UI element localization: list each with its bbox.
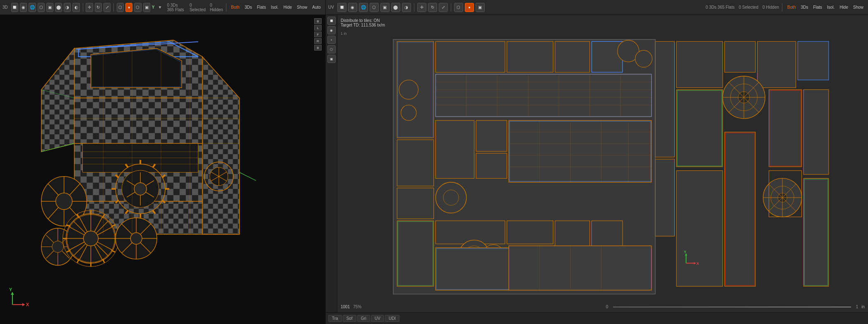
svg-rect-122	[725, 41, 755, 72]
svg-text:X: X	[697, 261, 700, 266]
uv-editor: 🔲 ◉ + ⬡ ▣ Distribute to tiles: ON Target…	[326, 15, 868, 324]
tool-rotate[interactable]: ↻	[95, 3, 102, 12]
svg-rect-139	[435, 121, 474, 179]
left-mode-auto[interactable]: Auto	[310, 4, 323, 10]
uv-shading-btn-5[interactable]: ▣	[380, 3, 390, 12]
uv-tab-udi[interactable]: UDI	[385, 315, 399, 322]
right-mode-3ds[interactable]: 3Ds	[799, 4, 810, 10]
tool-extra-1[interactable]: ⬡	[117, 3, 124, 12]
uv-shading-btn-2[interactable]: ◉	[348, 3, 357, 12]
uv-sidebar-btn-5[interactable]: ▣	[327, 55, 336, 63]
sep-2	[113, 3, 114, 12]
uv-sidebar-btn-2[interactable]: ◉	[327, 26, 336, 34]
uv-sidebar-btn-4[interactable]: ⬡	[327, 45, 336, 53]
svg-point-40	[134, 183, 147, 195]
view-btn-b2[interactable]: B	[314, 45, 322, 51]
viewport-3d[interactable]: X Y B L F R B	[0, 15, 326, 324]
right-mode-show[interactable]: Show	[851, 4, 866, 10]
left-mode-btns: Both 3Ds Flats Isol. Hide Show Auto	[229, 4, 323, 10]
tool-extra-2[interactable]: ●	[125, 3, 132, 12]
uv-zoom: 75%	[353, 305, 361, 309]
tool-extra-4[interactable]: ▣	[143, 3, 150, 12]
uv-shading-btn-4[interactable]: ⬡	[370, 3, 379, 12]
svg-rect-116	[555, 41, 590, 72]
uv-tile-number: 1001	[341, 305, 350, 309]
uv-tab-sof[interactable]: Sof	[343, 315, 356, 322]
svg-rect-121	[676, 41, 723, 88]
shading-btn-3[interactable]: 🌐	[29, 3, 36, 12]
svg-rect-178	[509, 246, 651, 290]
left-mode-show[interactable]: Show	[295, 4, 309, 10]
right-mode-isol[interactable]: Isol.	[825, 4, 837, 10]
uv-range-end: 1	[856, 305, 858, 309]
view-btn-f[interactable]: F	[314, 31, 322, 37]
tool-move[interactable]: ✛	[86, 3, 93, 12]
svg-rect-123	[757, 41, 796, 88]
uv-viewport[interactable]: Distribute to tiles: ON Target TD: 111.5…	[337, 15, 868, 312]
left-mode-both[interactable]: Both	[229, 4, 242, 10]
svg-rect-120	[655, 41, 675, 157]
uv-shading-btn-7[interactable]: ◑	[402, 3, 411, 12]
uv-shading-btn-1[interactable]: 🔲	[337, 3, 346, 12]
uv-sidebar-left: 🔲 ◉ + ⬡ ▣	[326, 15, 337, 312]
left-mode-isol[interactable]: Isol.	[269, 4, 280, 10]
uv-shading-btn-3[interactable]: 🌐	[359, 3, 368, 12]
svg-point-113	[401, 105, 416, 121]
uv-range-in: in	[861, 305, 865, 309]
right-stats: 0 3Ds 365 Flats	[706, 5, 735, 10]
left-selected: 0 Selected	[190, 3, 206, 12]
uv-shading-btn-6[interactable]: ⬤	[391, 3, 400, 12]
uv-info-distribute: Distribute to tiles: ON	[341, 18, 385, 23]
right-mode-flats[interactable]: Flats	[811, 4, 824, 10]
uv-tab-uv[interactable]: UV	[371, 315, 384, 322]
right-mode-btns: Both 3Ds Flats Isol. Hide Show	[785, 4, 866, 10]
svg-point-90	[130, 233, 142, 244]
left-mode-hide[interactable]: Hide	[281, 4, 294, 10]
svg-rect-115	[507, 41, 553, 72]
uv-tool-2[interactable]: ↻	[428, 3, 437, 12]
shading-btn-6[interactable]: ⬤	[55, 3, 62, 12]
view-btn-b1[interactable]: B	[314, 18, 322, 24]
uv-tool-3[interactable]: ⤢	[439, 3, 448, 12]
sep-3	[226, 3, 226, 12]
view-btn-l[interactable]: L	[314, 25, 322, 31]
right-selected: 0 Selected	[739, 5, 758, 10]
uv-tab-tra[interactable]: Tra	[328, 315, 342, 322]
label-y: Y	[152, 5, 155, 10]
left-mode-3ds[interactable]: 3Ds	[243, 4, 254, 10]
sep-1	[83, 3, 83, 12]
svg-rect-170	[507, 221, 553, 244]
svg-rect-182	[676, 171, 723, 286]
svg-point-119	[635, 50, 652, 67]
uv-tab-gri[interactable]: Gri	[357, 315, 370, 322]
shading-btn-4[interactable]: ⬡	[38, 3, 45, 12]
left-hidden: 0 Hidden	[210, 3, 223, 12]
left-stats: 0 3Ds 365 Flats	[167, 3, 185, 12]
uv-extra-3[interactable]: ▣	[476, 3, 485, 12]
tool-extra-3[interactable]: ⬡	[134, 3, 141, 12]
uv-sep-3	[782, 3, 782, 12]
uv-tool-1[interactable]: ✛	[417, 3, 426, 12]
shading-btn-5[interactable]: ▣	[46, 3, 53, 12]
uv-canvas-svg: X Y	[346, 36, 865, 298]
shading-btn-1[interactable]: 🔲	[11, 3, 18, 12]
uv-main: 🔲 ◉ + ⬡ ▣ Distribute to tiles: ON Target…	[326, 15, 868, 312]
uv-sidebar-btn-1[interactable]: 🔲	[327, 17, 336, 25]
svg-point-112	[399, 80, 418, 99]
uv-canvas-area[interactable]: X Y	[346, 36, 865, 298]
right-mode-both[interactable]: Both	[785, 4, 798, 10]
svg-marker-12	[75, 98, 202, 147]
left-mode-flats[interactable]: Flats	[255, 4, 268, 10]
shading-btn-7[interactable]: ◑	[64, 3, 71, 12]
left-toolbar: 3D 🔲 ◉ 🌐 ⬡ ▣ ⬤ ◑ ◐ ✛ ↻ ⤢ ⬡ ● ⬡ ▣ Y ▼ 0 3…	[0, 0, 326, 15]
tool-scale[interactable]: ⤢	[103, 3, 111, 12]
right-mode-hide[interactable]: Hide	[837, 4, 850, 10]
shading-btn-8[interactable]: ◐	[72, 3, 79, 12]
view-btn-r[interactable]: R	[314, 38, 322, 44]
uv-extra-2[interactable]: ●	[465, 3, 474, 12]
uv-sidebar-btn-3[interactable]: +	[327, 36, 336, 44]
shading-btn-2[interactable]: ◉	[20, 3, 27, 12]
uv-info-bar: Distribute to tiles: ON Target TD: 111.5…	[341, 18, 385, 27]
uv-extra-1[interactable]: ⬡	[454, 3, 463, 12]
svg-point-70	[83, 231, 98, 246]
